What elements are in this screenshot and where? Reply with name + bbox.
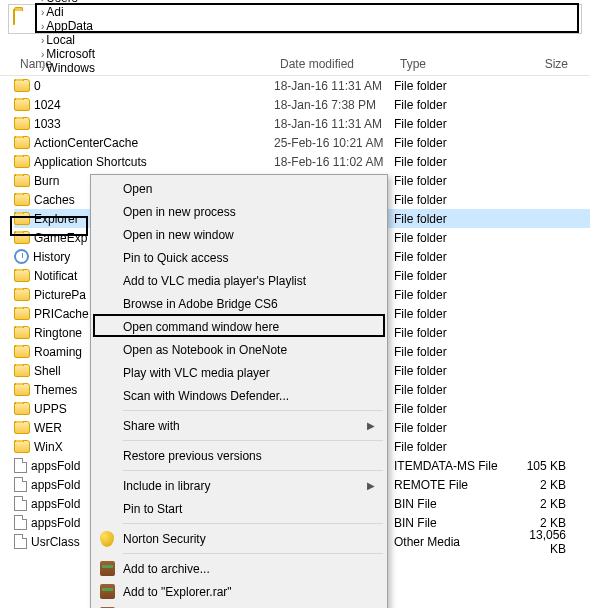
menu-item-label: Open — [123, 182, 152, 196]
table-row[interactable]: 102418-Jan-16 7:38 PMFile folder — [14, 95, 590, 114]
file-icon — [14, 477, 27, 492]
file-type: File folder — [394, 269, 514, 283]
breadcrumb-item[interactable]: ›Windows — [35, 61, 129, 75]
folder-icon — [14, 98, 30, 111]
breadcrumb-label: Windows — [46, 61, 95, 75]
folder-icon — [14, 364, 30, 377]
file-date: 18-Jan-16 11:31 AM — [274, 79, 394, 93]
file-type: File folder — [394, 307, 514, 321]
file-name: appsFold — [31, 497, 80, 511]
menu-item-label: Add to VLC media player's Playlist — [123, 274, 306, 288]
breadcrumb-label: Microsoft — [46, 47, 95, 61]
file-type: BIN File — [394, 516, 514, 530]
file-icon — [14, 496, 27, 511]
menu-item[interactable]: Compress and email... — [93, 603, 385, 608]
chevron-right-icon: › — [39, 63, 46, 74]
file-name: Application Shortcuts — [34, 155, 147, 169]
file-size: 105 KB — [514, 459, 574, 473]
file-name: PicturePa — [34, 288, 86, 302]
menu-separator — [123, 470, 383, 471]
breadcrumb-label: AppData — [46, 19, 93, 33]
file-type: File folder — [394, 345, 514, 359]
menu-item[interactable]: Open command window here — [93, 315, 385, 338]
menu-item[interactable]: Add to archive... — [93, 557, 385, 580]
menu-item[interactable]: Add to "Explorer.rar" — [93, 580, 385, 603]
file-icon — [14, 458, 27, 473]
file-date: 18-Jan-16 11:31 AM — [274, 117, 394, 131]
menu-item-label: Add to "Explorer.rar" — [123, 585, 232, 599]
folder-icon — [14, 307, 30, 320]
menu-item[interactable]: Browse in Adobe Bridge CS6 — [93, 292, 385, 315]
file-date: 25-Feb-16 10:21 AM — [274, 136, 394, 150]
menu-item[interactable]: Add to VLC media player's Playlist — [93, 269, 385, 292]
menu-item[interactable]: Pin to Start — [93, 497, 385, 520]
menu-item-label: Scan with Windows Defender... — [123, 389, 289, 403]
table-row[interactable]: 018-Jan-16 11:31 AMFile folder — [14, 76, 590, 95]
file-size: 2 KB — [514, 497, 574, 511]
chevron-right-icon: › — [39, 49, 46, 60]
menu-item-label: Share with — [123, 419, 180, 433]
menu-item-label: Norton Security — [123, 532, 206, 546]
header-size[interactable]: Size — [514, 57, 574, 71]
folder-icon — [14, 440, 30, 453]
chevron-right-icon: › — [39, 35, 46, 46]
chevron-right-icon: › — [39, 7, 46, 18]
menu-item-label: Play with VLC media player — [123, 366, 270, 380]
folder-icon — [14, 117, 30, 130]
menu-separator — [123, 410, 383, 411]
file-name: appsFold — [31, 516, 80, 530]
menu-item[interactable]: Play with VLC media player — [93, 361, 385, 384]
rar-icon — [99, 584, 115, 600]
file-name: appsFold — [31, 478, 80, 492]
breadcrumb-label: Local — [46, 33, 75, 47]
file-type: File folder — [394, 326, 514, 340]
file-type: ITEMDATA-MS File — [394, 459, 514, 473]
menu-separator — [123, 523, 383, 524]
menu-item[interactable]: Open in new window — [93, 223, 385, 246]
folder-icon — [14, 345, 30, 358]
header-date[interactable]: Date modified — [274, 57, 394, 71]
menu-item[interactable]: Share with▶ — [93, 414, 385, 437]
menu-item-label: Open as Notebook in OneNote — [123, 343, 287, 357]
file-name: WinX — [34, 440, 63, 454]
file-icon — [14, 515, 27, 530]
file-date: 18-Feb-16 11:02 AM — [274, 155, 394, 169]
folder-icon — [14, 402, 30, 415]
menu-item-label: Include in library — [123, 479, 210, 493]
breadcrumb-item[interactable]: ›Microsoft — [35, 47, 129, 61]
folder-icon — [14, 79, 30, 92]
folder-icon — [14, 212, 30, 225]
file-type: File folder — [394, 231, 514, 245]
menu-item[interactable]: Include in library▶ — [93, 474, 385, 497]
file-type: File folder — [394, 250, 514, 264]
menu-item[interactable]: Norton Security — [93, 527, 385, 550]
menu-item[interactable]: Scan with Windows Defender... — [93, 384, 385, 407]
menu-item[interactable]: Open — [93, 177, 385, 200]
menu-item[interactable]: Open as Notebook in OneNote — [93, 338, 385, 361]
table-row[interactable]: 103318-Jan-16 11:31 AMFile folder — [14, 114, 590, 133]
folder-icon — [14, 174, 30, 187]
file-type: File folder — [394, 98, 514, 112]
rar-icon — [99, 561, 115, 577]
file-name: 0 — [34, 79, 41, 93]
file-name: Roaming — [34, 345, 82, 359]
breadcrumb-item[interactable]: ›AppData — [35, 19, 129, 33]
breadcrumb-item[interactable]: ›Adi — [35, 5, 129, 19]
menu-item-label: Open in new process — [123, 205, 236, 219]
file-type: File folder — [394, 155, 514, 169]
menu-item[interactable]: Open in new process — [93, 200, 385, 223]
folder-icon — [13, 10, 31, 28]
file-name: Notificat — [34, 269, 77, 283]
menu-item[interactable]: Restore previous versions — [93, 444, 385, 467]
folder-icon — [14, 288, 30, 301]
header-type[interactable]: Type — [394, 57, 514, 71]
address-bar[interactable]: This PC›Local Disk (C:)›Users›Adi›AppDat… — [8, 4, 582, 34]
breadcrumb-item[interactable]: ›Local — [35, 33, 129, 47]
table-row[interactable]: ActionCenterCache25-Feb-16 10:21 AMFile … — [14, 133, 590, 152]
menu-item-label: Browse in Adobe Bridge CS6 — [123, 297, 278, 311]
menu-item[interactable]: Pin to Quick access — [93, 246, 385, 269]
folder-icon — [14, 383, 30, 396]
table-row[interactable]: Application Shortcuts18-Feb-16 11:02 AMF… — [14, 152, 590, 171]
file-type: File folder — [394, 117, 514, 131]
folder-icon — [14, 193, 30, 206]
